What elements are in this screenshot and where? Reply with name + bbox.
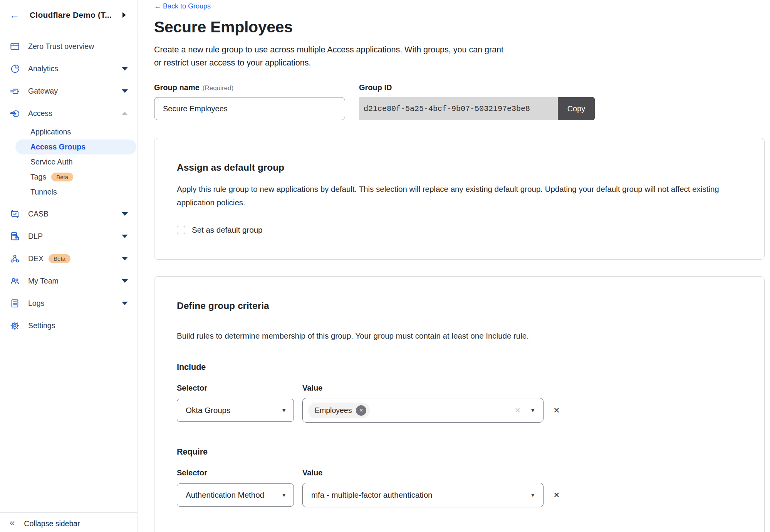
sidebar-item-tunnels[interactable]: Tunnels bbox=[0, 185, 137, 200]
require-label-row: Selector Value bbox=[177, 468, 742, 477]
sidebar-item-gateway[interactable]: Gateway bbox=[0, 80, 137, 102]
define-group-criteria-card: Define group criteria Build rules to det… bbox=[154, 276, 765, 532]
account-caret-right-icon[interactable] bbox=[122, 12, 126, 18]
required-hint: (Required) bbox=[203, 84, 233, 92]
require-heading: Require bbox=[177, 447, 742, 457]
sidebar-item-casb[interactable]: CASB bbox=[0, 203, 137, 225]
sidebar-item-access[interactable]: Access bbox=[0, 102, 137, 124]
page-description-line: or restrict user access to your applicat… bbox=[154, 56, 765, 69]
assign-default-group-description: Apply this rule group to new application… bbox=[177, 182, 742, 209]
chevron-down-icon: ▼ bbox=[530, 407, 535, 413]
sidebar-item-dex[interactable]: DEX Beta bbox=[0, 247, 137, 270]
page-description-line: Create a new rule group to use across mu… bbox=[154, 43, 765, 56]
chevron-down-icon: ▼ bbox=[281, 492, 287, 498]
require-value: mfa - multiple-factor authentication bbox=[311, 490, 432, 500]
sidebar-item-label: Zero Trust overview bbox=[28, 42, 94, 51]
collapse-chevrons-icon: « bbox=[10, 518, 15, 527]
sidebar-item-label: Tags bbox=[30, 173, 46, 181]
require-value-label: Value bbox=[302, 468, 322, 477]
include-value-label: Value bbox=[302, 384, 322, 393]
sidebar-item-label: CASB bbox=[28, 210, 49, 218]
chevron-down-icon[interactable] bbox=[122, 302, 128, 305]
sidebar: ← Cloudflare Demo (T... Zero Trust overv… bbox=[0, 0, 138, 532]
access-icon bbox=[10, 108, 20, 119]
network-nodes-icon bbox=[10, 253, 20, 264]
window-icon bbox=[10, 41, 20, 52]
require-selector-select[interactable]: Authentication Method ▼ bbox=[177, 483, 294, 507]
sidebar-item-my-team[interactable]: My Team bbox=[0, 270, 137, 292]
sidebar-item-analytics[interactable]: Analytics bbox=[0, 57, 137, 80]
chevron-down-icon[interactable] bbox=[122, 67, 128, 70]
chevron-down-icon[interactable] bbox=[122, 257, 128, 260]
default-group-checkbox-label: Set as default group bbox=[192, 225, 263, 235]
chevron-down-icon[interactable] bbox=[122, 235, 128, 238]
group-form-row: Group name(Required) Group ID d21ce80f-5… bbox=[154, 83, 765, 120]
remove-include-rule-icon[interactable]: × bbox=[554, 405, 560, 416]
collapse-sidebar-label: Collapse sidebar bbox=[24, 518, 80, 528]
default-group-checkbox-row: Set as default group bbox=[177, 225, 742, 235]
define-criteria-title: Define group criteria bbox=[177, 300, 742, 311]
chevron-down-icon: ▼ bbox=[530, 492, 535, 498]
gear-icon bbox=[10, 321, 20, 331]
sidebar-item-label: Access Groups bbox=[30, 143, 86, 151]
include-selector-value: Okta Groups bbox=[186, 406, 230, 415]
logs-icon bbox=[10, 298, 20, 309]
employees-chip: Employees ✕ bbox=[308, 403, 370, 418]
page-root: ← Cloudflare Demo (T... Zero Trust overv… bbox=[0, 0, 770, 532]
description-line: Apply this rule group to new application… bbox=[177, 182, 742, 196]
chevron-up-icon[interactable] bbox=[122, 112, 128, 115]
main-content: ← Back to Groups Secure Employees Create… bbox=[154, 0, 765, 532]
require-selector-label: Selector bbox=[177, 468, 302, 477]
collapse-sidebar-button[interactable]: « Collapse sidebar bbox=[0, 512, 137, 532]
sidebar-item-settings[interactable]: Settings bbox=[0, 314, 137, 337]
sidebar-item-zero-trust-overview[interactable]: Zero Trust overview bbox=[0, 35, 137, 57]
account-name[interactable]: Cloudflare Demo (T... bbox=[30, 10, 112, 20]
back-arrow-icon[interactable]: ← bbox=[10, 10, 20, 20]
sidebar-item-label: Tunnels bbox=[30, 188, 57, 196]
sidebar-item-tags[interactable]: Tags Beta bbox=[0, 170, 137, 185]
sidebar-item-dlp[interactable]: DLP bbox=[0, 225, 137, 247]
default-group-checkbox[interactable] bbox=[177, 226, 185, 234]
sidebar-item-label: DLP bbox=[28, 232, 43, 241]
chevron-down-icon[interactable] bbox=[122, 89, 128, 93]
casb-icon bbox=[10, 209, 20, 219]
copy-button[interactable]: Copy bbox=[558, 97, 595, 120]
beta-badge: Beta bbox=[51, 173, 73, 181]
clear-values-icon[interactable]: ✕ bbox=[515, 406, 521, 415]
pie-chart-icon bbox=[10, 64, 20, 74]
chip-label: Employees bbox=[315, 406, 352, 415]
group-name-field: Group name(Required) bbox=[154, 83, 345, 120]
require-rule-row: Authentication Method ▼ mfa - multiple-f… bbox=[177, 483, 742, 507]
page-description: Create a new rule group to use across mu… bbox=[154, 43, 765, 69]
include-rule-row: Okta Groups ▼ Employees ✕ ✕ ▼ × bbox=[177, 398, 742, 423]
require-value-select[interactable]: mfa - multiple-factor authentication ▼ bbox=[302, 483, 544, 507]
sidebar-item-label: Gateway bbox=[28, 87, 58, 96]
sidebar-item-label: Service Auth bbox=[30, 158, 72, 166]
include-heading: Include bbox=[177, 362, 742, 372]
sidebar-item-logs[interactable]: Logs bbox=[0, 292, 137, 314]
document-lock-icon bbox=[10, 231, 20, 242]
include-selector-select[interactable]: Okta Groups ▼ bbox=[177, 399, 294, 422]
require-selector-value: Authentication Method bbox=[186, 490, 264, 500]
sidebar-divider bbox=[0, 340, 137, 340]
chevron-down-icon[interactable] bbox=[122, 279, 128, 283]
group-name-input[interactable] bbox=[154, 97, 345, 120]
chip-remove-icon[interactable]: ✕ bbox=[356, 405, 366, 416]
sidebar-nav: Zero Trust overview Analytics Gateway bbox=[0, 30, 137, 340]
include-label-row: Selector Value bbox=[177, 384, 742, 393]
group-id-field: Group ID d21ce80f-5a25-4bcf-9b07-5032197… bbox=[359, 83, 595, 120]
team-icon bbox=[10, 276, 20, 286]
include-value-multiselect[interactable]: Employees ✕ ✕ ▼ bbox=[302, 398, 544, 423]
assign-default-group-title: Assign as default group bbox=[177, 162, 742, 173]
sidebar-item-service-auth[interactable]: Service Auth bbox=[0, 154, 137, 170]
back-to-groups-link[interactable]: ← Back to Groups bbox=[154, 2, 211, 10]
remove-require-rule-icon[interactable]: × bbox=[554, 490, 560, 500]
sidebar-item-label: DEX bbox=[28, 254, 44, 263]
group-id-label: Group ID bbox=[359, 83, 392, 92]
chevron-down-icon: ▼ bbox=[281, 407, 287, 413]
gateway-icon bbox=[10, 86, 20, 96]
chevron-down-icon[interactable] bbox=[122, 212, 128, 216]
sidebar-item-applications[interactable]: Applications bbox=[0, 124, 137, 139]
define-criteria-description: Build rules to determine membership of t… bbox=[177, 329, 742, 342]
sidebar-item-access-groups[interactable]: Access Groups bbox=[15, 139, 136, 154]
